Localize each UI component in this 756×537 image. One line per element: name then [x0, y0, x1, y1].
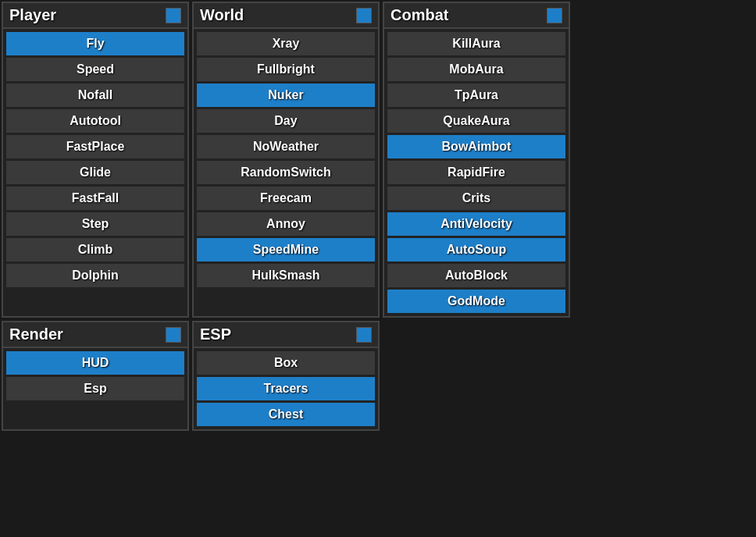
world-panel: World XrayFullbrightNukerDayNoWeatherRan…	[192, 2, 380, 318]
combat-btn-bowaimbot[interactable]: BowAimbot	[387, 135, 565, 158]
esp-panel-title: ESP	[200, 325, 231, 343]
world-btn-randomswitch[interactable]: RandomSwitch	[197, 161, 375, 184]
player-btn-autotool[interactable]: Autotool	[6, 109, 184, 133]
top-row: Player FlySpeedNofallAutotoolFastPlaceGl…	[0, 0, 594, 319]
combat-panel: Combat KillAuraMobAuraTpAuraQuakeAuraBow…	[383, 2, 570, 318]
world-btn-day[interactable]: Day	[197, 109, 375, 133]
combat-btn-autosoup[interactable]: AutoSoup	[387, 238, 565, 261]
esp-btn-tracers[interactable]: Tracers	[197, 377, 375, 400]
player-btn-fastfall[interactable]: FastFall	[6, 187, 184, 210]
world-panel-title: World	[200, 6, 244, 24]
esp-panel-toggle[interactable]	[356, 327, 372, 343]
player-btn-nofall[interactable]: Nofall	[6, 84, 184, 107]
world-btn-hulksmash[interactable]: HulkSmash	[197, 264, 375, 287]
esp-panel: ESP BoxTracersChest	[192, 321, 380, 431]
combat-btn-mobaura[interactable]: MobAura	[387, 58, 565, 81]
player-panel-body: FlySpeedNofallAutotoolFastPlaceGlideFast…	[3, 29, 187, 290]
player-panel: Player FlySpeedNofallAutotoolFastPlaceGl…	[2, 2, 189, 318]
player-panel-toggle[interactable]	[166, 8, 181, 23]
world-btn-annoy[interactable]: Annoy	[197, 212, 375, 236]
render-btn-esp[interactable]: Esp	[6, 377, 184, 400]
player-btn-speed[interactable]: Speed	[6, 58, 184, 81]
player-panel-header: Player	[3, 3, 187, 29]
world-btn-speedmine[interactable]: SpeedMine	[197, 238, 375, 261]
esp-panel-body: BoxTracersChest	[194, 348, 378, 429]
main-container: Player FlySpeedNofallAutotoolFastPlaceGl…	[0, 0, 594, 432]
combat-panel-toggle[interactable]	[547, 8, 562, 23]
esp-panel-header: ESP	[194, 322, 378, 348]
world-btn-xray[interactable]: Xray	[197, 32, 375, 55]
player-btn-dolphin[interactable]: Dolphin	[6, 264, 184, 287]
player-panel-title: Player	[9, 6, 56, 24]
world-btn-noweather[interactable]: NoWeather	[197, 135, 375, 158]
world-btn-freecam[interactable]: Freecam	[197, 187, 375, 210]
player-btn-step[interactable]: Step	[6, 212, 184, 236]
player-btn-climb[interactable]: Climb	[6, 238, 184, 261]
combat-btn-quakeaura[interactable]: QuakeAura	[387, 109, 565, 133]
esp-btn-box[interactable]: Box	[197, 351, 375, 375]
esp-btn-chest[interactable]: Chest	[197, 403, 375, 426]
combat-btn-autoblock[interactable]: AutoBlock	[387, 264, 565, 287]
render-panel-header: Render	[3, 322, 187, 348]
combat-btn-crits[interactable]: Crits	[387, 187, 565, 210]
world-panel-body: XrayFullbrightNukerDayNoWeatherRandomSwi…	[194, 29, 378, 290]
world-btn-nuker[interactable]: Nuker	[197, 84, 375, 107]
combat-panel-header: Combat	[384, 3, 569, 29]
combat-btn-killaura[interactable]: KillAura	[387, 32, 565, 55]
render-panel: Render HUDEsp	[2, 321, 189, 431]
combat-btn-godmode[interactable]: GodMode	[387, 290, 565, 313]
render-btn-hud[interactable]: HUD	[6, 351, 184, 375]
render-panel-title: Render	[9, 325, 63, 343]
world-panel-toggle[interactable]	[356, 8, 372, 23]
render-panel-toggle[interactable]	[166, 327, 181, 343]
combat-btn-rapidfire[interactable]: RapidFire	[387, 161, 565, 184]
player-btn-fly[interactable]: Fly	[6, 32, 184, 55]
world-panel-header: World	[194, 3, 378, 29]
combat-btn-tpaura[interactable]: TpAura	[387, 84, 565, 107]
render-panel-body: HUDEsp	[3, 348, 187, 404]
bottom-row: Render HUDEsp ESP BoxTracersChest	[0, 319, 594, 432]
combat-panel-body: KillAuraMobAuraTpAuraQuakeAuraBowAimbotR…	[384, 29, 569, 316]
player-btn-glide[interactable]: Glide	[6, 161, 184, 184]
combat-btn-antivelocity[interactable]: AntiVelocity	[387, 212, 565, 236]
combat-panel-title: Combat	[390, 6, 448, 24]
world-btn-fullbright[interactable]: Fullbright	[197, 58, 375, 81]
player-btn-fastplace[interactable]: FastPlace	[6, 135, 184, 158]
